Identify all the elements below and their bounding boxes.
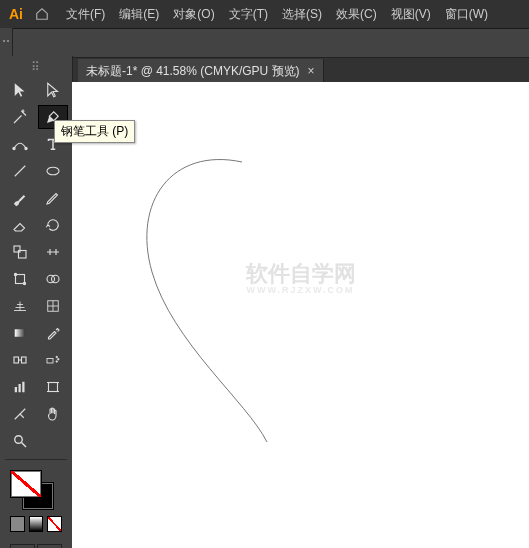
eraser-tool[interactable] (5, 213, 35, 237)
artwork (72, 82, 529, 548)
magic-wand-tool[interactable] (5, 105, 35, 129)
draw-normal-button[interactable] (10, 544, 35, 548)
document-tab-title: 未标题-1* @ 41.58% (CMYK/GPU 预览) (86, 63, 300, 80)
slice-tool[interactable] (5, 402, 35, 426)
curve-path (147, 160, 267, 442)
line-tool[interactable] (5, 159, 35, 183)
gradient-tool[interactable] (5, 321, 35, 345)
width-tool[interactable] (38, 240, 68, 264)
svg-point-17 (58, 359, 60, 361)
menu-window[interactable]: 窗口(W) (439, 2, 494, 27)
pen-tool-tooltip: 钢笔工具 (P) (54, 120, 135, 143)
svg-rect-15 (47, 359, 53, 364)
svg-point-18 (56, 361, 58, 363)
svg-point-0 (13, 147, 15, 149)
canvas[interactable]: 软件自学网 WWW.RJZXW.COM (72, 82, 529, 548)
pencil-tool[interactable] (38, 186, 68, 210)
none-mode-button[interactable] (47, 516, 62, 532)
mesh-tool[interactable] (38, 294, 68, 318)
svg-line-2 (15, 166, 26, 177)
svg-rect-20 (19, 384, 21, 392)
menu-bar: Ai 文件(F) 编辑(E) 对象(O) 文字(T) 选择(S) 效果(C) 视… (0, 0, 529, 29)
hand-tool[interactable] (38, 402, 68, 426)
svg-point-16 (56, 356, 58, 358)
menu-object[interactable]: 对象(O) (167, 2, 220, 27)
app-logo: Ai (4, 2, 28, 26)
menu-effect[interactable]: 效果(C) (330, 2, 383, 27)
svg-line-24 (22, 443, 27, 448)
color-mode-button[interactable] (10, 516, 25, 532)
menu-type[interactable]: 文字(T) (223, 2, 274, 27)
artboard-tool[interactable] (38, 375, 68, 399)
panel-grip[interactable] (0, 28, 13, 56)
svg-rect-13 (14, 357, 19, 363)
svg-rect-21 (22, 382, 24, 393)
menu-edit[interactable]: 编辑(E) (113, 2, 165, 27)
direct-selection-tool[interactable] (38, 78, 68, 102)
svg-rect-14 (22, 357, 27, 363)
svg-rect-6 (16, 275, 25, 284)
control-bar (0, 29, 529, 58)
document-tab[interactable]: 未标题-1* @ 41.58% (CMYK/GPU 预览) × (78, 59, 324, 84)
home-icon[interactable] (32, 4, 52, 24)
fill-swatch[interactable] (10, 470, 42, 498)
curvature-tool[interactable] (5, 132, 35, 156)
svg-rect-4 (14, 246, 20, 252)
svg-point-7 (14, 273, 16, 275)
svg-rect-19 (15, 387, 17, 392)
fill-stroke-swatches (0, 464, 72, 544)
ellipse-tool[interactable] (38, 159, 68, 183)
draw-behind-button[interactable] (37, 544, 62, 548)
screen-mode-row (0, 544, 72, 548)
menu-select[interactable]: 选择(S) (276, 2, 328, 27)
svg-point-1 (25, 147, 27, 149)
svg-rect-12 (15, 329, 26, 337)
svg-rect-22 (49, 383, 58, 392)
symbol-sprayer-tool[interactable] (38, 348, 68, 372)
scale-tool[interactable] (5, 240, 35, 264)
menu-file[interactable]: 文件(F) (60, 2, 111, 27)
svg-point-10 (52, 275, 60, 283)
menu-view[interactable]: 视图(V) (385, 2, 437, 27)
panel-drag-handle[interactable]: ⠿ (26, 60, 46, 74)
document-tab-row: 未标题-1* @ 41.58% (CMYK/GPU 预览) × (0, 58, 529, 85)
rotate-tool[interactable] (38, 213, 68, 237)
svg-point-3 (47, 167, 59, 175)
eyedropper-tool[interactable] (38, 321, 68, 345)
free-transform-tool[interactable] (5, 267, 35, 291)
blend-tool[interactable] (5, 348, 35, 372)
paintbrush-tool[interactable] (5, 186, 35, 210)
main-menu: 文件(F) 编辑(E) 对象(O) 文字(T) 选择(S) 效果(C) 视图(V… (60, 2, 494, 27)
zoom-tool[interactable] (5, 429, 35, 453)
shape-builder-tool[interactable] (38, 267, 68, 291)
tool-empty (38, 429, 68, 453)
column-graph-tool[interactable] (5, 375, 35, 399)
perspective-grid-tool[interactable] (5, 294, 35, 318)
close-tab-icon[interactable]: × (308, 64, 315, 78)
svg-point-8 (23, 282, 25, 284)
gradient-mode-button[interactable] (29, 516, 44, 532)
svg-point-23 (15, 436, 23, 444)
selection-tool[interactable] (5, 78, 35, 102)
